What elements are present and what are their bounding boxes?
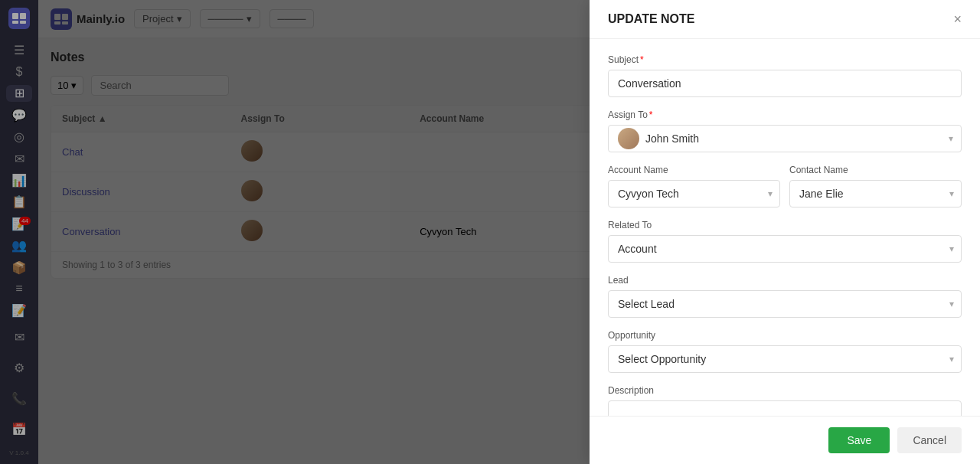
- assign-to-dropdown[interactable]: John Smith: [645, 126, 952, 152]
- avatar: [618, 128, 639, 149]
- subject-group: Subject*: [608, 54, 962, 97]
- assign-to-select[interactable]: John Smith ▾: [608, 125, 962, 152]
- account-contact-row: Account Name Cyvyon Tech ▾ Contact Name …: [608, 165, 962, 207]
- modal-footer: Save Cancel: [590, 416, 980, 464]
- opportunity-label: Opportunity: [608, 330, 962, 341]
- opportunity-select[interactable]: Select Opportunity: [608, 345, 962, 373]
- update-note-modal: UPDATE NOTE × Subject* Assign To* John S…: [590, 0, 980, 464]
- modal-title: UPDATE NOTE: [608, 12, 694, 26]
- contact-name-select-wrapper: Jane Elie ▾: [789, 180, 962, 207]
- lead-select[interactable]: Select Lead: [608, 290, 962, 318]
- account-name-select-wrapper: Cyvyon Tech ▾: [608, 180, 780, 207]
- lead-group: Lead Select Lead ▾: [608, 275, 962, 318]
- account-name-select[interactable]: Cyvyon Tech: [608, 180, 780, 207]
- modal-header: UPDATE NOTE ×: [590, 0, 980, 39]
- subject-label: Subject*: [608, 54, 962, 65]
- opportunity-group: Opportunity Select Opportunity ▾: [608, 330, 962, 373]
- related-to-group: Related To Account ▾: [608, 220, 962, 263]
- subject-input[interactable]: [608, 70, 962, 97]
- description-group: Description: [608, 385, 962, 416]
- account-name-group: Account Name Cyvyon Tech ▾: [608, 165, 780, 207]
- modal-body: Subject* Assign To* John Smith ▾ Account…: [590, 39, 980, 416]
- lead-label: Lead: [608, 275, 962, 286]
- opportunity-select-wrapper: Select Opportunity ▾: [608, 345, 962, 373]
- contact-name-select[interactable]: Jane Elie: [789, 180, 962, 207]
- cancel-button[interactable]: Cancel: [897, 427, 962, 453]
- description-label: Description: [608, 385, 962, 396]
- account-name-label: Account Name: [608, 165, 780, 175]
- description-textarea[interactable]: [608, 400, 962, 416]
- related-to-select[interactable]: Account: [608, 235, 962, 263]
- lead-select-wrapper: Select Lead ▾: [608, 290, 962, 318]
- assign-to-label: Assign To*: [608, 109, 962, 120]
- contact-name-label: Contact Name: [789, 165, 962, 175]
- contact-name-group: Contact Name Jane Elie ▾: [789, 165, 962, 207]
- save-button[interactable]: Save: [828, 427, 890, 453]
- close-button[interactable]: ×: [953, 12, 962, 26]
- related-to-label: Related To: [608, 220, 962, 230]
- related-to-select-wrapper: Account ▾: [608, 235, 962, 263]
- assign-to-group: Assign To* John Smith ▾: [608, 109, 962, 152]
